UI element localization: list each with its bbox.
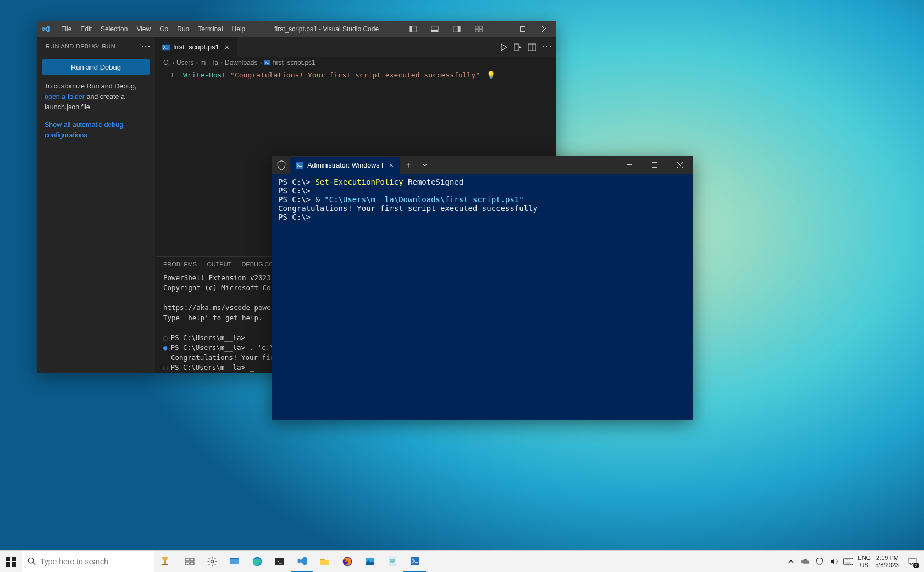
powershell-icon (162, 43, 170, 51)
file-explorer-icon[interactable] (313, 551, 336, 573)
breadcrumb-root[interactable]: C: (163, 59, 170, 66)
firefox-icon[interactable] (336, 551, 358, 573)
editor-more-icon[interactable]: ⋯ (542, 43, 551, 52)
tab-close-icon[interactable]: × (223, 43, 231, 52)
start-button[interactable] (0, 551, 22, 573)
powershell-app-icon[interactable] (403, 551, 426, 573)
run-icon[interactable] (499, 43, 508, 52)
menu-help[interactable]: Help (228, 21, 250, 37)
svg-rect-18 (627, 164, 632, 165)
clock[interactable]: 2:19 PM 5/8/2023 (875, 554, 901, 568)
powershell-icon (264, 59, 270, 66)
run-file-icon[interactable] (513, 43, 522, 52)
powershell-icon (296, 161, 303, 170)
keyboard-icon[interactable] (843, 557, 853, 567)
svg-rect-23 (12, 562, 16, 567)
layout-panel-icon[interactable] (425, 21, 444, 37)
svg-rect-16 (264, 60, 270, 65)
settings-icon[interactable] (201, 551, 223, 573)
window-close-button[interactable] (667, 156, 693, 174)
tray-chevron-up-icon[interactable] (786, 557, 796, 567)
terminal-tab-label: Administrator: Windows Powe (307, 162, 383, 169)
vscode-logo-icon (37, 25, 56, 34)
layout-secondary-sidebar-icon[interactable] (447, 21, 466, 37)
breadcrumb-users[interactable]: Users (176, 59, 193, 66)
show-all-configs-link[interactable]: Show all automatic debug configurations (45, 121, 123, 139)
svg-line-25 (33, 563, 35, 565)
sidebar-more-icon[interactable]: ⋯ (141, 43, 151, 49)
svg-point-49 (851, 559, 851, 560)
svg-point-48 (849, 559, 849, 560)
svg-rect-6 (475, 26, 478, 29)
run-and-debug-button[interactable]: Run and Debug (42, 59, 150, 75)
volume-icon[interactable] (829, 557, 839, 567)
svg-rect-9 (479, 30, 482, 32)
breadcrumb-user[interactable]: m__la (200, 59, 218, 66)
window-close-button[interactable] (535, 21, 554, 37)
action-center-icon[interactable]: 2 (905, 554, 920, 569)
photos-icon[interactable] (358, 551, 381, 573)
search-input[interactable] (40, 557, 148, 566)
window-minimize-button[interactable] (617, 156, 642, 174)
sidebar-header: RUN AND DEBUG: RUN ⋯ (37, 37, 155, 55)
run-debug-sidebar: RUN AND DEBUG: RUN ⋯ Run and Debug To cu… (37, 37, 156, 373)
menu-edit[interactable]: Edit (76, 21, 96, 37)
svg-rect-12 (162, 44, 170, 50)
vscode-titlebar-right (403, 21, 556, 37)
svg-rect-1 (410, 26, 412, 32)
svg-rect-50 (846, 562, 851, 563)
breadcrumb[interactable]: C:› Users› m__la› Downloads› first_scrip… (156, 57, 556, 69)
system-tray: ENG US 2:19 PM 5/8/2023 2 (786, 551, 924, 573)
menu-selection[interactable]: Selection (96, 21, 132, 37)
menu-file[interactable]: File (57, 21, 76, 37)
window-minimize-button[interactable] (491, 21, 510, 37)
editor-tab-label: first_script.ps1 (173, 43, 219, 51)
notepad-icon[interactable] (381, 551, 403, 573)
taskbar-search[interactable] (22, 551, 154, 573)
open-folder-link[interactable]: open a folder (45, 93, 85, 101)
task-view-icon[interactable] (178, 551, 201, 573)
svg-rect-10 (498, 29, 504, 29)
show-all-trail: . (87, 131, 89, 139)
tab-dropdown-icon[interactable] (417, 156, 433, 174)
search-highlight-icon[interactable] (154, 551, 176, 573)
editor-tab-bar: first_script.ps1 × ⋯ (156, 37, 556, 57)
edge-icon[interactable] (246, 551, 268, 573)
terminal-body[interactable]: PS C:\> Set-ExecutionPolicy RemoteSigned… (272, 174, 693, 420)
window-maximize-button[interactable] (642, 156, 667, 174)
lightbulb-icon[interactable]: 💡 (486, 71, 495, 79)
breadcrumb-file[interactable]: first_script.ps1 (273, 59, 315, 66)
menu-go[interactable]: Go (155, 21, 173, 37)
window-maximize-button[interactable] (513, 21, 532, 37)
svg-rect-19 (652, 163, 657, 168)
terminal-app-icon[interactable] (268, 551, 291, 573)
security-icon[interactable] (815, 557, 825, 567)
token-cmdlet: Write-Host (183, 71, 226, 79)
menu-terminal[interactable]: Terminal (193, 21, 227, 37)
layout-primary-sidebar-icon[interactable] (403, 21, 422, 37)
language-indicator[interactable]: ENG US (857, 554, 871, 568)
panel-tab-problems[interactable]: PROBLEMS (163, 261, 197, 270)
breadcrumb-downloads[interactable]: Downloads (225, 59, 257, 66)
editor-gutter: 1 (156, 69, 183, 256)
svg-rect-27 (162, 564, 168, 565)
customize-layout-icon[interactable] (469, 21, 488, 37)
svg-rect-34 (230, 558, 239, 559)
sidebar-title: RUN AND DEBUG: RUN (46, 43, 115, 49)
svg-point-47 (847, 559, 848, 560)
powershell-window: Administrator: Windows Powe × ＋ PS C:\> … (272, 156, 693, 420)
split-editor-icon[interactable] (528, 43, 536, 52)
new-tab-button[interactable]: ＋ (400, 156, 417, 174)
menu-view[interactable]: View (132, 21, 155, 37)
svg-rect-21 (12, 557, 16, 561)
menu-run[interactable]: Run (173, 21, 193, 37)
terminal-tab-powershell[interactable]: Administrator: Windows Powe × (290, 157, 400, 174)
tab-close-icon[interactable]: × (387, 161, 396, 170)
editor-tab-first-script[interactable]: first_script.ps1 × (156, 37, 237, 57)
panel-tab-output[interactable]: OUTPUT (207, 261, 231, 270)
vscode-app-icon[interactable] (291, 551, 313, 573)
svg-point-46 (845, 559, 845, 560)
onedrive-icon[interactable] (800, 557, 810, 567)
svg-rect-28 (185, 558, 189, 561)
desktop-app-icon[interactable] (223, 551, 246, 573)
